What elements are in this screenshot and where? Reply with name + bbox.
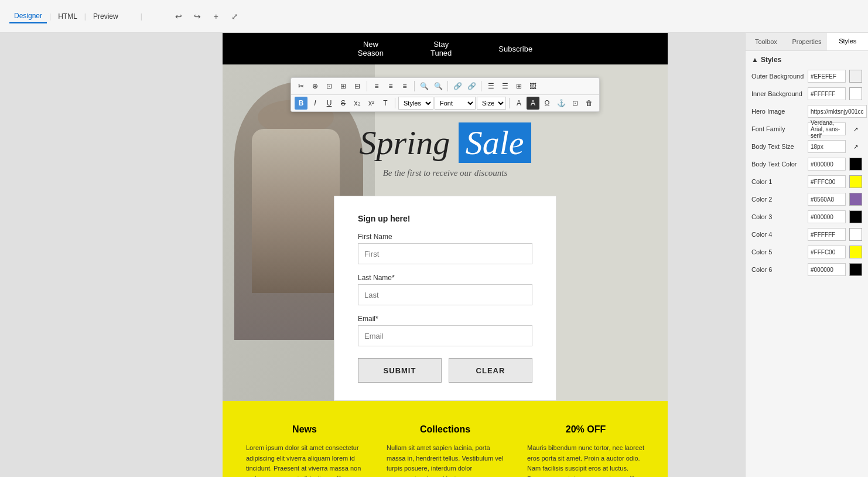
last-name-label: Last Name* [358,274,532,282]
clear-format-btn[interactable]: T [379,97,392,110]
color-swatch-5[interactable] [849,158,862,171]
italic-btn[interactable]: I [309,97,322,110]
fullscreen-button[interactable]: ⤢ [228,9,242,23]
styles-row-0: Outer Background#EFEFEF [751,70,862,83]
color-swatch-0[interactable] [849,70,862,83]
copy-btn[interactable]: ⊕ [309,80,322,93]
tab-designer[interactable]: Designer [9,9,47,23]
email-label: Email* [358,315,532,323]
underline-btn[interactable]: U [323,97,336,110]
color-swatch-9[interactable] [849,228,862,241]
styles-row-10: Color 5#FFFC00 [751,246,862,258]
align-right-btn[interactable]: ≡ [398,80,411,93]
styles-value-6[interactable]: #FFFC00 [808,175,846,188]
list-btn[interactable]: ☰ [484,80,497,93]
color-swatch-7[interactable] [849,193,862,206]
styles-value-11[interactable]: #000000 [808,263,846,276]
paste-btn[interactable]: ⊡ [323,80,336,93]
nav-new-season[interactable]: New Season [358,40,384,57]
footer-news-title: News [246,424,363,435]
toolbar-row1: ✂ ⊕ ⊡ ⊞ ⊟ ≡ ≡ ≡ 🔍 🔍 🔗 🔗 ☰ [291,78,599,95]
tab-html[interactable]: HTML [53,10,82,23]
redo-button[interactable]: ↪ [190,9,204,23]
font-dropdown[interactable]: Font [435,97,476,110]
bg-color-btn[interactable]: A [527,97,539,110]
anchor-btn[interactable]: ⚓ [555,97,568,110]
styles-value-0[interactable]: #EFEFEF [808,70,846,83]
size-dropdown[interactable]: Size [477,97,506,110]
delete-btn[interactable]: 🗑 [583,97,596,110]
email-input[interactable] [358,325,532,346]
align-center-btn[interactable]: ≡ [384,80,397,93]
footer-col-collections: Collections Nullam sit amet sapien lacin… [375,418,515,477]
source-btn[interactable]: ⊡ [569,97,582,110]
paste-word-btn[interactable]: ⊟ [351,80,364,93]
styles-row-7: Color 2#8560A8 [751,193,862,206]
styles-value-1[interactable]: #FFFFFF [808,87,846,100]
strikethrough-btn[interactable]: S [337,97,350,110]
right-panel-tabs: Toolbox Properties Styles [746,33,868,51]
link-btn[interactable]: 🔗 [451,80,464,93]
styles-value-3[interactable]: Verdana, Arial, sans-serif [808,122,846,135]
font-color-btn[interactable]: A [512,97,525,110]
styles-row-4: Body Text Size18px↗ [751,140,862,153]
styles-value-8[interactable]: #000000 [808,210,846,223]
styles-label-4: Body Text Size [751,143,804,150]
styles-dropdown[interactable]: Styles [398,97,433,110]
styles-value-10[interactable]: #FFFC00 [808,246,846,258]
first-name-label: First Name [358,233,532,241]
styles-row-6: Color 1#FFFC00 [751,175,862,188]
paste-text-btn[interactable]: ⊞ [337,80,350,93]
expand-icon-3[interactable]: ↗ [849,122,862,135]
cut-btn[interactable]: ✂ [295,80,307,93]
submit-button[interactable]: SUBMIT [358,358,442,383]
styles-value-4[interactable]: 18px [808,140,846,153]
hero-section: Spring Sale Be the first to receive our … [223,64,668,401]
subscript-btn[interactable]: x₂ [351,97,364,110]
styles-label-7: Color 2 [751,196,804,203]
styles-label-8: Color 3 [751,213,804,220]
ordered-list-btn[interactable]: ☰ [498,80,511,93]
styles-value-9[interactable]: #FFFFFF [808,228,846,241]
tab-toolbox[interactable]: Toolbox [746,33,787,50]
styles-section: ▲ Styles Outer Background#EFEFEFInner Ba… [746,51,868,285]
color-swatch-10[interactable] [849,246,862,258]
tab-preview[interactable]: Preview [88,10,123,23]
align-left-btn[interactable]: ≡ [370,80,383,93]
form-buttons: SUBMIT CLEAR [358,358,532,383]
styles-value-2[interactable]: https://mktsnjy001cc [808,105,867,118]
tab-styles[interactable]: Styles [827,33,868,50]
bold-btn[interactable]: B [295,97,307,110]
styles-label-3: Font Family [751,125,804,132]
color-swatch-8[interactable] [849,210,862,223]
styles-value-7[interactable]: #8560A8 [808,193,846,206]
special-char-btn[interactable]: Ω [541,97,553,110]
styles-label-6: Color 1 [751,178,804,185]
unlink-btn[interactable]: 🔗 [465,80,478,93]
undo-button[interactable]: ↩ [172,9,186,23]
canvas-area: ✂ ⊕ ⊡ ⊞ ⊟ ≡ ≡ ≡ 🔍 🔍 🔗 🔗 ☰ [145,33,745,477]
zoom-out-btn[interactable]: 🔍 [432,80,445,93]
separator1 [367,81,367,91]
footer-collections-title: Collections [387,424,504,435]
superscript-btn[interactable]: x² [365,97,378,110]
last-name-input[interactable] [358,284,532,305]
table-btn[interactable]: ⊞ [512,80,525,93]
tab-group: Designer | HTML | Preview [9,9,123,23]
zoom-in-btn[interactable]: 🔍 [418,80,430,93]
add-button[interactable]: + [209,9,223,23]
expand-icon-4[interactable]: ↗ [849,140,862,153]
first-name-input[interactable] [358,243,532,264]
color-swatch-1[interactable] [849,87,862,100]
footer-col-discount: 20% OFF Mauris bibendum nunc tortor, nec… [515,418,656,477]
first-name-group: First Name [358,233,532,264]
tab-properties[interactable]: Properties [787,33,828,50]
nav-subscribe[interactable]: Subscribe [498,45,532,53]
styles-value-5[interactable]: #000000 [808,158,846,171]
color-swatch-6[interactable] [849,175,862,188]
clear-button[interactable]: CLEAR [449,358,532,383]
nav-stay-tuned[interactable]: Stay Tuned [430,40,452,57]
image-btn[interactable]: 🖼 [527,80,539,93]
color-swatch-11[interactable] [849,263,862,276]
styles-row-1: Inner Background#FFFFFF [751,87,862,100]
